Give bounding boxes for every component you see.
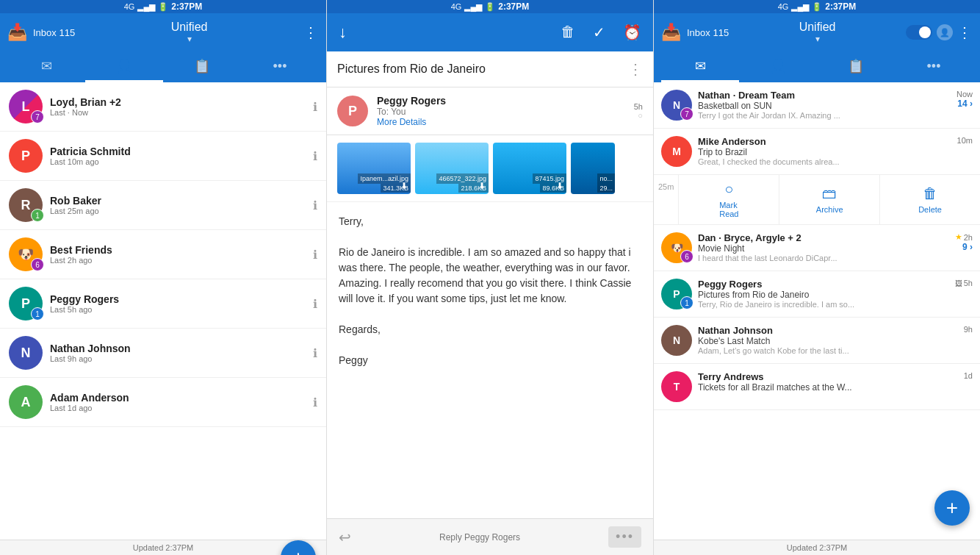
info-icon-patricia[interactable]: ℹ bbox=[313, 149, 317, 163]
title-block-right: Unified ▾ bbox=[799, 21, 836, 44]
header-badge: 👤 bbox=[937, 24, 953, 40]
toggle-switch[interactable] bbox=[906, 25, 932, 40]
signal-right: ▂▄▆ bbox=[791, 2, 809, 12]
email-header-bar: ↓ 🗑 ✓ ⏰ bbox=[327, 13, 653, 51]
avatar-wrap-dan: 🐶 6 bbox=[661, 232, 692, 263]
email-from-nathan-j: Nathan Johnson bbox=[698, 325, 959, 336]
schedule-button-middle[interactable]: ⏰ bbox=[620, 21, 644, 44]
attachment-1[interactable]: Ipanem...azil.jpg 341.3KB ⬇ bbox=[337, 143, 411, 194]
email-item-nathan-dream[interactable]: N 7 Nathan · Dream Team Basketball on SU… bbox=[654, 82, 980, 129]
email-from-terry: Terry Andrews bbox=[698, 371, 959, 382]
middle-panel: 4G ▂▄▆ 🔋 2:37PM ↓ 🗑 ✓ ⏰ Pictures from Ri… bbox=[327, 0, 654, 555]
conv-item-bestfriends[interactable]: 🐶 6 Best Friends Last 2h ago ℹ bbox=[0, 230, 326, 279]
nav-tab-more-left[interactable]: ••• bbox=[241, 53, 319, 82]
nav-tab-mail-right[interactable]: ✉ bbox=[661, 52, 739, 82]
email-sender-block: P Peggy Rogers To: You More Details 5h ○ bbox=[327, 87, 653, 135]
info-icon-adam[interactable]: ℹ bbox=[313, 395, 317, 409]
avatar-wrap-nathan-j: N bbox=[661, 325, 692, 356]
nav-tab-mail-left[interactable]: ✉ bbox=[7, 52, 85, 82]
badge-nathan-dream: 7 bbox=[680, 107, 693, 121]
sender-avatar: P bbox=[337, 96, 368, 126]
back-button[interactable]: ↓ bbox=[336, 20, 350, 45]
right-header-right: 👤 ⋮ bbox=[906, 24, 973, 41]
menu-dots-right[interactable]: ⋮ bbox=[957, 24, 973, 41]
nav-tab-more-right[interactable]: ••• bbox=[895, 53, 973, 82]
bookmark-icon[interactable]: ○ bbox=[634, 111, 643, 120]
dropdown-arrow-right[interactable]: ▾ bbox=[815, 34, 820, 44]
email-count-nathan: 14 › bbox=[956, 99, 973, 109]
email-item-mike[interactable]: M Mike Anderson Trip to Brazil Great, I … bbox=[654, 129, 980, 175]
menu-dots-left[interactable]: ⋮ bbox=[303, 24, 319, 41]
mark-read-button[interactable]: ○ MarkRead bbox=[678, 175, 779, 224]
avatar-mike: M bbox=[661, 136, 692, 167]
conv-time-rob: Last 25m ago bbox=[50, 207, 313, 215]
download-btn-3[interactable]: ⬇ bbox=[556, 181, 563, 191]
right-panel: 4G ▂▄▆ 🔋 2:37PM 📥 Inbox 115 Unified ▾ 👤 … bbox=[654, 0, 980, 555]
email-from-dan: Dan · Bryce, Argyle + 2 bbox=[698, 232, 951, 243]
download-btn-2[interactable]: ⬇ bbox=[478, 181, 486, 191]
conv-time-adam: Last 1d ago bbox=[50, 404, 313, 412]
conversation-list: L 7 Loyd, Brian +2 Last · Now ℹ P Patric… bbox=[0, 82, 326, 540]
nav-tab-contacts-left[interactable]: 👤 bbox=[85, 52, 163, 82]
fab-right[interactable]: + bbox=[934, 490, 970, 526]
delete-button-middle[interactable]: 🗑 bbox=[558, 21, 578, 44]
avatar-wrap-loyd: L 7 bbox=[9, 90, 43, 123]
conv-item-nathan[interactable]: N Nathan Johnson Last 9h ago ℹ bbox=[0, 329, 326, 378]
signal-left: ▂▄▆ bbox=[137, 2, 155, 12]
avatar-wrap-nathan-dream: N 7 bbox=[661, 90, 692, 121]
email-item-dan[interactable]: 🐶 6 Dan · Bryce, Argyle + 2 Movie Night … bbox=[654, 225, 980, 271]
title-block-left: Unified ▾ bbox=[171, 21, 208, 44]
email-paragraph: Rio de Janeiro is incredible. I am so am… bbox=[339, 245, 641, 307]
avatar-wrap-bestfriends: 🐶 6 bbox=[9, 237, 43, 271]
email-item-nathan-j[interactable]: N Nathan Johnson Kobe's Last Match Adam,… bbox=[654, 318, 980, 364]
archive-button[interactable]: 🗃 Archive bbox=[779, 175, 879, 224]
info-icon-bestfriends[interactable]: ℹ bbox=[313, 248, 317, 262]
conv-time-loyd: Last · Now bbox=[50, 108, 313, 117]
conv-item-patricia[interactable]: P Patricia Schmitd Last 10m ago ℹ bbox=[0, 132, 326, 181]
mark-read-icon: ○ bbox=[724, 181, 733, 198]
attachment-3[interactable]: 87415.jpg 89.6KB ⬇ bbox=[493, 143, 566, 194]
check-button-middle[interactable]: ✓ bbox=[590, 21, 608, 44]
email-right-terry: 1d bbox=[964, 371, 973, 380]
email-time-mike: 10m bbox=[957, 136, 973, 145]
sender-details-link[interactable]: More Details bbox=[377, 117, 625, 127]
conv-name-loyd: Loyd, Brian +2 bbox=[50, 96, 313, 108]
email-action-buttons: 🗑 ✓ ⏰ bbox=[558, 21, 644, 44]
inbox-icon-left: 📥 bbox=[7, 23, 27, 42]
email-menu-dots[interactable]: ⋮ bbox=[628, 60, 643, 78]
attachment-4[interactable]: no... 29... bbox=[571, 143, 615, 194]
battery-right: 🔋 bbox=[812, 2, 822, 12]
dan-time-star: ★ 2h bbox=[955, 232, 973, 242]
conv-item-adam[interactable]: A Adam Anderson Last 1d ago ℹ bbox=[0, 378, 326, 427]
sender-time-block: 5h ○ bbox=[634, 102, 643, 120]
conv-item-rob[interactable]: R 1 Rob Baker Last 25m ago ℹ bbox=[0, 181, 326, 230]
reply-button[interactable]: ↩ bbox=[339, 529, 351, 546]
info-icon-rob[interactable]: ℹ bbox=[313, 198, 317, 212]
status-bar-right: 4G ▂▄▆ 🔋 2:37PM bbox=[654, 0, 980, 13]
attachments-row: Ipanem...azil.jpg 341.3KB ⬇ 466572_322.j… bbox=[327, 135, 653, 202]
conv-name-nathan: Nathan Johnson bbox=[50, 343, 313, 354]
mark-read-label: MarkRead bbox=[719, 201, 738, 218]
dropdown-arrow-left[interactable]: ▾ bbox=[187, 34, 192, 44]
nav-tab-notes-right[interactable]: 📋 bbox=[817, 52, 895, 82]
conv-item-loyd[interactable]: L 7 Loyd, Brian +2 Last · Now ℹ bbox=[0, 82, 326, 132]
info-icon-nathan[interactable]: ℹ bbox=[313, 346, 317, 360]
badge-rob: 1 bbox=[31, 209, 44, 222]
nav-tab-contacts-right[interactable]: 👤 bbox=[739, 52, 817, 82]
email-item-peggy-right[interactable]: P 1 Peggy Rogers Pictures from Rio de Ja… bbox=[654, 271, 980, 318]
download-btn-1[interactable]: ⬇ bbox=[400, 181, 408, 191]
conv-item-peggy[interactable]: P 1 Peggy Rogers Last 5h ago ℹ bbox=[0, 279, 326, 329]
info-icon-peggy[interactable]: ℹ bbox=[313, 297, 317, 311]
delete-button-right[interactable]: 🗑 Delete bbox=[879, 175, 980, 224]
email-subj-nathan: Basketball on SUN bbox=[698, 101, 952, 111]
network-right: 4G bbox=[778, 2, 789, 11]
inbox-info-right: Inbox 115 bbox=[687, 26, 729, 39]
avatar-wrap-peggy: P 1 bbox=[9, 287, 43, 321]
reply-label[interactable]: Reply Peggy Rogers bbox=[439, 532, 520, 543]
info-icon-loyd[interactable]: ℹ bbox=[313, 100, 317, 114]
attachment-2[interactable]: 466572_322.jpg 218.6KB ⬇ bbox=[415, 143, 489, 194]
footer-more-dots[interactable]: ••• bbox=[608, 526, 641, 548]
avatar-wrap-terry: T bbox=[661, 371, 692, 402]
nav-tab-notes-left[interactable]: 📋 bbox=[163, 52, 241, 82]
email-item-terry[interactable]: T Terry Andrews Tickets for all Brazil m… bbox=[654, 364, 980, 410]
